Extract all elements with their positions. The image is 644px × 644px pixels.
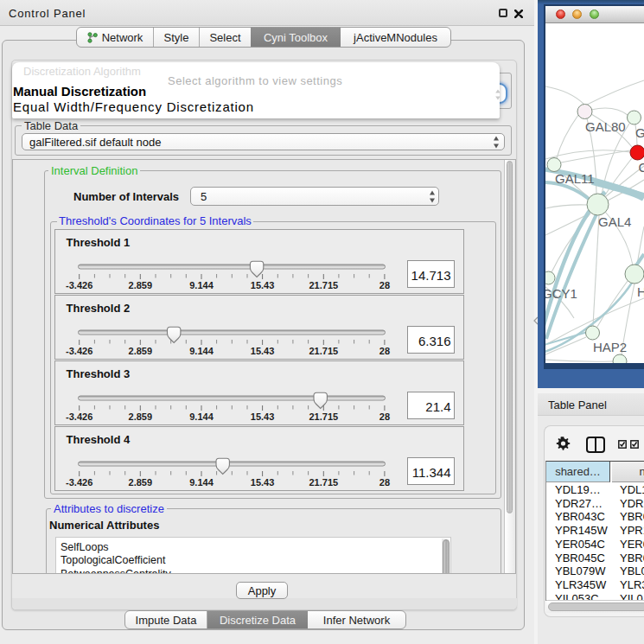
svg-text:GAL80: GAL80 [585,119,626,134]
svg-text:-3.426: -3.426 [66,411,92,422]
svg-text:2.859: 2.859 [128,411,152,422]
svg-text:HAP2: HAP2 [593,340,627,354]
svg-text:15.43: 15.43 [250,280,274,290]
svg-text:-3.426: -3.426 [66,280,92,290]
svg-text:21.715: 21.715 [309,346,338,356]
svg-text:HA: HA [637,284,644,299]
svg-text:21.715: 21.715 [309,411,338,422]
svg-text:15.43: 15.43 [250,411,274,422]
svg-text:9.144: 9.144 [189,477,214,488]
svg-text:9.144: 9.144 [189,280,214,290]
svg-text:GAL4: GAL4 [598,214,631,229]
svg-text:GA: GA [635,125,644,140]
svg-text:15.43: 15.43 [250,477,274,488]
svg-text:2.859: 2.859 [128,280,152,290]
svg-text:15.43: 15.43 [250,346,274,356]
svg-text:2.859: 2.859 [128,477,152,488]
svg-text:-3.426: -3.426 [66,346,92,356]
svg-text:GCY1: GCY1 [545,286,577,301]
svg-text:-3.426: -3.426 [66,477,92,488]
svg-text:21.715: 21.715 [309,280,338,290]
svg-text:28: 28 [379,346,389,356]
svg-text:CY: CY [639,160,644,175]
svg-text:9.144: 9.144 [189,411,214,422]
svg-text:28: 28 [379,411,389,422]
svg-text:2.859: 2.859 [128,346,152,356]
svg-text:28: 28 [379,477,389,488]
svg-text:28: 28 [379,280,389,290]
svg-text:GAL11: GAL11 [555,171,595,186]
svg-text:21.715: 21.715 [309,477,338,488]
svg-text:9.144: 9.144 [189,346,214,356]
